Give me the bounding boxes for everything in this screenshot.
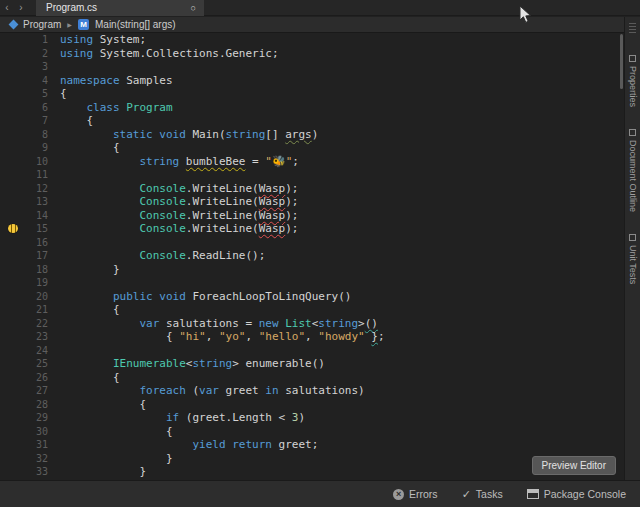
line-number[interactable]: 7 xyxy=(26,115,52,126)
code-text: { xyxy=(60,141,120,155)
line-number[interactable]: 2 xyxy=(26,48,52,59)
side-tab-unit-tests[interactable]: Unit Tests xyxy=(628,234,638,284)
line-number[interactable]: 25 xyxy=(26,358,52,369)
line-number[interactable]: 14 xyxy=(26,210,52,221)
code-line[interactable]: 14 Console.WriteLine(Wasp); xyxy=(0,209,624,223)
code-line[interactable]: 28 { xyxy=(0,398,624,412)
code-line[interactable]: 26 { xyxy=(0,371,624,385)
code-text: public void ForeachLoopToLinqQuery() xyxy=(60,290,351,304)
status-tasks[interactable]: ✓Tasks xyxy=(462,488,503,501)
code-line[interactable]: 16 xyxy=(0,236,624,250)
line-number[interactable]: 3 xyxy=(26,61,52,72)
code-text: Console.WriteLine(Wasp); xyxy=(60,222,298,236)
side-tab-label: Unit Tests xyxy=(628,245,638,284)
code-line[interactable]: 27 foreach (var greet in salutations) xyxy=(0,384,624,398)
code-line[interactable]: 20 public void ForeachLoopToLinqQuery() xyxy=(0,290,624,304)
line-number[interactable]: 1 xyxy=(26,34,52,45)
side-tab-document-outline[interactable]: Document Outline xyxy=(628,129,638,212)
tab-modified-indicator-icon[interactable]: ○ xyxy=(191,0,196,16)
code-line[interactable]: 22 var salutations = new List<string>() xyxy=(0,317,624,331)
code-text: namespace Samples xyxy=(60,74,173,88)
line-number[interactable]: 20 xyxy=(26,291,52,302)
code-line[interactable]: 1using System; xyxy=(0,33,624,47)
code-area[interactable]: 1using System;2using System.Collections.… xyxy=(0,33,624,480)
side-tab-properties[interactable]: Properties xyxy=(628,55,638,107)
side-tab-label: Document Outline xyxy=(628,140,638,212)
side-tab-icon xyxy=(629,234,636,241)
scrollbar-thumb[interactable] xyxy=(620,34,623,89)
code-line[interactable]: 23 { "hi", "yo", "hello", "howdy" }; xyxy=(0,330,624,344)
line-number[interactable]: 16 xyxy=(26,237,52,248)
line-number[interactable]: 33 xyxy=(26,466,52,477)
project-diamond-icon xyxy=(9,20,19,30)
code-text: { xyxy=(60,398,146,412)
code-line[interactable]: 10 string bumbleBee = "🐝"; xyxy=(0,155,624,169)
code-text: foreach (var greet in salutations) xyxy=(60,384,365,398)
code-line[interactable]: 32 } xyxy=(0,452,624,466)
line-number[interactable]: 5 xyxy=(26,88,52,99)
code-line[interactable]: 31 yield return greet; xyxy=(0,438,624,452)
line-number[interactable]: 13 xyxy=(26,196,52,207)
line-number[interactable]: 29 xyxy=(26,412,52,423)
line-number[interactable]: 10 xyxy=(26,156,52,167)
status-label: Errors xyxy=(409,488,438,500)
code-line[interactable]: 25 IEnumerable<string> enumerable() xyxy=(0,357,624,371)
line-number[interactable]: 28 xyxy=(26,399,52,410)
nav-forward-icon[interactable]: › xyxy=(14,0,28,16)
preview-editor-button[interactable]: Preview Editor xyxy=(532,456,616,475)
code-line[interactable]: 9 { xyxy=(0,141,624,155)
line-number[interactable]: 26 xyxy=(26,372,52,383)
breakpoint-margin[interactable] xyxy=(0,224,26,233)
code-line[interactable]: 4namespace Samples xyxy=(0,74,624,88)
code-line[interactable]: 15 Console.WriteLine(Wasp); xyxy=(0,222,624,236)
vertical-scrollbar[interactable] xyxy=(620,34,623,479)
code-line[interactable]: 13 Console.WriteLine(Wasp); xyxy=(0,195,624,209)
line-number[interactable]: 15 xyxy=(26,223,52,234)
code-line[interactable]: 29 if (greet.Length < 3) xyxy=(0,411,624,425)
code-line[interactable]: 30 { xyxy=(0,425,624,439)
code-line[interactable]: 3 xyxy=(0,60,624,74)
code-line[interactable]: 18 } xyxy=(0,263,624,277)
line-number[interactable]: 18 xyxy=(26,264,52,275)
status-package-console[interactable]: Package Console xyxy=(527,488,626,500)
nav-back-icon[interactable]: ‹ xyxy=(0,0,14,16)
line-number[interactable]: 19 xyxy=(26,277,52,288)
code-line[interactable]: 5{ xyxy=(0,87,624,101)
code-line[interactable]: 12 Console.WriteLine(Wasp); xyxy=(0,182,624,196)
tab-program-cs[interactable]: Program.cs ○ xyxy=(36,0,204,16)
code-line[interactable]: 24 xyxy=(0,344,624,358)
code-line[interactable]: 7 { xyxy=(0,114,624,128)
tab-title: Program.cs xyxy=(46,2,97,13)
line-number[interactable]: 30 xyxy=(26,426,52,437)
code-line[interactable]: 11 xyxy=(0,168,624,182)
code-text: } xyxy=(60,452,173,466)
line-number[interactable]: 12 xyxy=(26,183,52,194)
side-tab-icon xyxy=(629,129,636,136)
status-errors[interactable]: ×Errors xyxy=(393,488,438,500)
line-number[interactable]: 22 xyxy=(26,318,52,329)
breadcrumb-project[interactable]: Program xyxy=(23,19,61,30)
line-number[interactable]: 24 xyxy=(26,345,52,356)
tab-bar: ‹ › Program.cs ○ xyxy=(0,0,640,16)
line-number[interactable]: 8 xyxy=(26,129,52,140)
line-number[interactable]: 32 xyxy=(26,453,52,464)
line-number[interactable]: 11 xyxy=(26,169,52,180)
code-line[interactable]: 21 { xyxy=(0,303,624,317)
line-number[interactable]: 27 xyxy=(26,385,52,396)
code-line[interactable]: 33 } xyxy=(0,465,624,479)
code-line[interactable]: 17 Console.ReadLine(); xyxy=(0,249,624,263)
code-line[interactable]: 2using System.Collections.Generic; xyxy=(0,47,624,61)
code-line[interactable]: 19 xyxy=(0,276,624,290)
line-number[interactable]: 21 xyxy=(26,304,52,315)
line-number[interactable]: 23 xyxy=(26,331,52,342)
gutter-bee-icon xyxy=(8,224,18,233)
line-number[interactable]: 31 xyxy=(26,439,52,450)
line-number[interactable]: 6 xyxy=(26,102,52,113)
breadcrumb-member[interactable]: Main(string[] args) xyxy=(95,19,176,30)
line-number[interactable]: 9 xyxy=(26,142,52,153)
code-line[interactable]: 6 class Program xyxy=(0,101,624,115)
line-number[interactable]: 17 xyxy=(26,250,52,261)
code-text: class Program xyxy=(60,101,173,115)
line-number[interactable]: 4 xyxy=(26,75,52,86)
code-line[interactable]: 8 static void Main(string[] args) xyxy=(0,128,624,142)
